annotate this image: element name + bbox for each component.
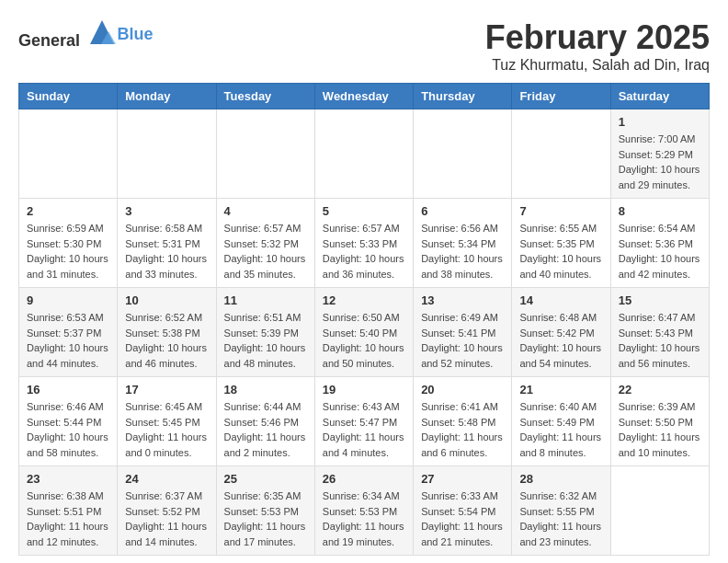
calendar-cell: 28Sunrise: 6:32 AM Sunset: 5:55 PM Dayli… (512, 466, 610, 556)
day-info: Sunrise: 6:50 AM Sunset: 5:40 PM Dayligh… (323, 310, 405, 371)
day-info: Sunrise: 6:44 AM Sunset: 5:46 PM Dayligh… (224, 399, 307, 460)
weekday-header-friday: Friday (512, 84, 610, 109)
logo-general: General (18, 31, 80, 50)
day-info: Sunrise: 6:51 AM Sunset: 5:39 PM Dayligh… (224, 310, 307, 371)
day-number: 13 (421, 293, 504, 307)
day-number: 25 (224, 472, 307, 486)
day-number: 5 (323, 204, 405, 218)
calendar-cell: 22Sunrise: 6:39 AM Sunset: 5:50 PM Dayli… (610, 377, 709, 466)
calendar-cell (610, 466, 709, 556)
day-number: 14 (519, 293, 602, 307)
month-year-title: February 2025 (485, 18, 710, 57)
weekday-header-sunday: Sunday (19, 84, 118, 109)
calendar-cell: 26Sunrise: 6:34 AM Sunset: 5:53 PM Dayli… (314, 466, 413, 556)
title-section: February 2025 Tuz Khurmatu, Salah ad Din… (485, 18, 710, 74)
calendar-cell: 10Sunrise: 6:52 AM Sunset: 5:38 PM Dayli… (118, 288, 216, 377)
day-info: Sunrise: 6:39 AM Sunset: 5:50 PM Dayligh… (619, 399, 701, 460)
calendar-table: SundayMondayTuesdayWednesdayThursdayFrid… (18, 83, 710, 556)
calendar-cell (414, 109, 512, 199)
calendar-cell: 19Sunrise: 6:43 AM Sunset: 5:47 PM Dayli… (314, 377, 413, 466)
calendar-cell: 18Sunrise: 6:44 AM Sunset: 5:46 PM Dayli… (216, 377, 314, 466)
day-info: Sunrise: 6:41 AM Sunset: 5:48 PM Dayligh… (421, 399, 504, 460)
day-number: 12 (323, 293, 405, 307)
calendar-cell: 8Sunrise: 6:54 AM Sunset: 5:36 PM Daylig… (610, 199, 709, 288)
calendar-cell: 24Sunrise: 6:37 AM Sunset: 5:52 PM Dayli… (118, 466, 216, 556)
day-number: 21 (519, 383, 602, 396)
calendar-cell: 17Sunrise: 6:45 AM Sunset: 5:45 PM Dayli… (118, 377, 216, 466)
calendar-cell: 9Sunrise: 6:53 AM Sunset: 5:37 PM Daylig… (19, 288, 118, 377)
day-number: 28 (519, 472, 602, 486)
weekday-header-wednesday: Wednesday (314, 84, 413, 109)
day-info: Sunrise: 6:40 AM Sunset: 5:49 PM Dayligh… (519, 399, 602, 460)
day-number: 2 (27, 204, 109, 218)
day-number: 24 (125, 472, 208, 486)
logo-icon (88, 18, 116, 46)
day-number: 22 (619, 383, 701, 396)
day-info: Sunrise: 6:56 AM Sunset: 5:34 PM Dayligh… (421, 221, 504, 282)
calendar-cell: 23Sunrise: 6:38 AM Sunset: 5:51 PM Dayli… (19, 466, 118, 556)
day-number: 3 (125, 204, 208, 218)
day-number: 16 (27, 383, 109, 396)
day-number: 1 (619, 115, 701, 129)
calendar-cell: 3Sunrise: 6:58 AM Sunset: 5:31 PM Daylig… (118, 199, 216, 288)
day-info: Sunrise: 6:59 AM Sunset: 5:30 PM Dayligh… (27, 221, 109, 282)
day-info: Sunrise: 6:45 AM Sunset: 5:45 PM Dayligh… (125, 399, 208, 460)
day-number: 15 (619, 293, 701, 307)
calendar-cell: 27Sunrise: 6:33 AM Sunset: 5:54 PM Dayli… (414, 466, 512, 556)
calendar-week-row: 1Sunrise: 7:00 AM Sunset: 5:29 PM Daylig… (19, 109, 710, 199)
day-number: 6 (421, 204, 504, 218)
day-info: Sunrise: 6:48 AM Sunset: 5:42 PM Dayligh… (519, 310, 602, 371)
day-info: Sunrise: 6:38 AM Sunset: 5:51 PM Dayligh… (27, 488, 109, 549)
day-info: Sunrise: 6:34 AM Sunset: 5:53 PM Dayligh… (323, 488, 405, 549)
calendar-cell: 1Sunrise: 7:00 AM Sunset: 5:29 PM Daylig… (610, 109, 709, 199)
day-number: 4 (224, 204, 307, 218)
calendar-cell: 11Sunrise: 6:51 AM Sunset: 5:39 PM Dayli… (216, 288, 314, 377)
calendar-week-row: 16Sunrise: 6:46 AM Sunset: 5:44 PM Dayli… (19, 377, 710, 466)
day-info: Sunrise: 6:46 AM Sunset: 5:44 PM Dayligh… (27, 399, 109, 460)
weekday-header-thursday: Thursday (414, 84, 512, 109)
logo: General Blue (18, 18, 154, 51)
calendar-cell: 6Sunrise: 6:56 AM Sunset: 5:34 PM Daylig… (414, 199, 512, 288)
day-number: 7 (519, 204, 602, 218)
weekday-header-tuesday: Tuesday (216, 84, 314, 109)
calendar-week-row: 9Sunrise: 6:53 AM Sunset: 5:37 PM Daylig… (19, 288, 710, 377)
calendar-cell (314, 109, 413, 199)
day-info: Sunrise: 6:52 AM Sunset: 5:38 PM Dayligh… (125, 310, 208, 371)
day-number: 10 (125, 293, 208, 307)
calendar-cell: 16Sunrise: 6:46 AM Sunset: 5:44 PM Dayli… (19, 377, 118, 466)
calendar-cell (118, 109, 216, 199)
day-number: 23 (27, 472, 109, 486)
day-info: Sunrise: 7:00 AM Sunset: 5:29 PM Dayligh… (619, 132, 701, 192)
day-info: Sunrise: 6:33 AM Sunset: 5:54 PM Dayligh… (421, 488, 504, 549)
calendar-cell: 21Sunrise: 6:40 AM Sunset: 5:49 PM Dayli… (512, 377, 610, 466)
day-number: 8 (619, 204, 701, 218)
calendar-cell: 15Sunrise: 6:47 AM Sunset: 5:43 PM Dayli… (610, 288, 709, 377)
day-info: Sunrise: 6:49 AM Sunset: 5:41 PM Dayligh… (421, 310, 504, 371)
day-info: Sunrise: 6:32 AM Sunset: 5:55 PM Dayligh… (519, 488, 602, 549)
calendar-cell (19, 109, 118, 199)
day-info: Sunrise: 6:55 AM Sunset: 5:35 PM Dayligh… (519, 221, 602, 282)
day-info: Sunrise: 6:37 AM Sunset: 5:52 PM Dayligh… (125, 488, 208, 549)
day-info: Sunrise: 6:47 AM Sunset: 5:43 PM Dayligh… (619, 310, 701, 371)
calendar-week-row: 23Sunrise: 6:38 AM Sunset: 5:51 PM Dayli… (19, 466, 710, 556)
day-number: 20 (421, 383, 504, 396)
day-number: 19 (323, 383, 405, 396)
location-subtitle: Tuz Khurmatu, Salah ad Din, Iraq (485, 57, 710, 74)
day-info: Sunrise: 6:57 AM Sunset: 5:33 PM Dayligh… (323, 221, 405, 282)
calendar-cell (216, 109, 314, 199)
header: General Blue February 2025 Tuz Khurmatu,… (18, 18, 710, 74)
calendar-cell: 13Sunrise: 6:49 AM Sunset: 5:41 PM Dayli… (414, 288, 512, 377)
calendar-cell (512, 109, 610, 199)
weekday-header-saturday: Saturday (610, 84, 709, 109)
day-info: Sunrise: 6:58 AM Sunset: 5:31 PM Dayligh… (125, 221, 208, 282)
day-info: Sunrise: 6:35 AM Sunset: 5:53 PM Dayligh… (224, 488, 307, 549)
calendar-cell: 12Sunrise: 6:50 AM Sunset: 5:40 PM Dayli… (314, 288, 413, 377)
calendar-cell: 2Sunrise: 6:59 AM Sunset: 5:30 PM Daylig… (19, 199, 118, 288)
weekday-header-row: SundayMondayTuesdayWednesdayThursdayFrid… (19, 84, 710, 109)
logo-blue: Blue (118, 25, 154, 44)
day-number: 11 (224, 293, 307, 307)
calendar-cell: 5Sunrise: 6:57 AM Sunset: 5:33 PM Daylig… (314, 199, 413, 288)
day-number: 18 (224, 383, 307, 396)
day-info: Sunrise: 6:54 AM Sunset: 5:36 PM Dayligh… (619, 221, 701, 282)
day-number: 26 (323, 472, 405, 486)
